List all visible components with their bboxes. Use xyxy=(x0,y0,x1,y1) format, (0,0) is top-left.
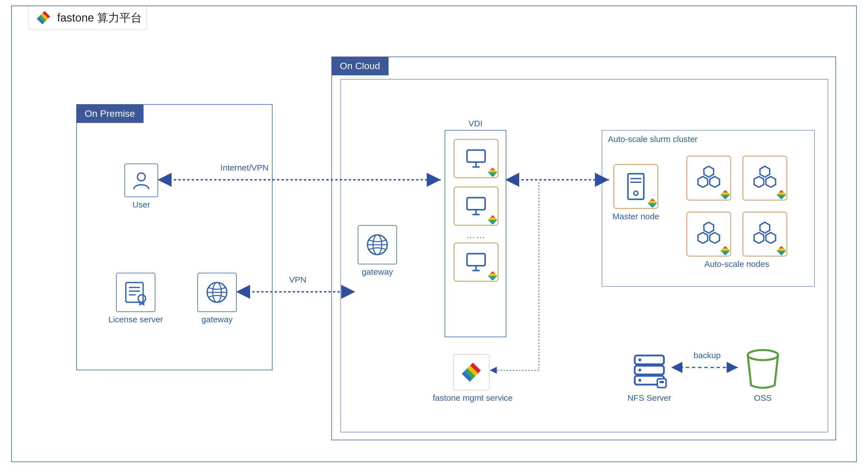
fastone-chip-icon xyxy=(489,169,496,176)
svg-marker-31 xyxy=(710,176,720,187)
fastone-chip-icon xyxy=(649,200,656,206)
globe-icon xyxy=(365,232,390,257)
on-cloud-panel: On Cloud gateway VDI xyxy=(331,57,836,440)
monitor-icon xyxy=(464,194,488,218)
hex-cluster-icon xyxy=(695,165,722,192)
fastone-chip-icon xyxy=(489,216,496,223)
svg-rect-5 xyxy=(126,282,143,302)
svg-rect-22 xyxy=(467,254,485,266)
auto-scale-label: Auto-scale slurm cluster xyxy=(608,134,698,144)
license-label: License server xyxy=(108,315,164,324)
svg-rect-19 xyxy=(467,198,485,210)
server-icon xyxy=(623,172,648,201)
svg-point-28 xyxy=(633,191,638,195)
on-premise-panel: On Premise User License server xyxy=(76,104,273,370)
fastone-chip-icon xyxy=(722,247,728,254)
storage-server-icon xyxy=(631,352,668,389)
oss-label: OSS xyxy=(742,393,784,403)
edge-backup-label: backup xyxy=(685,350,730,360)
license-server-node xyxy=(116,273,155,312)
monitor-icon xyxy=(464,146,488,171)
user-node xyxy=(124,164,158,197)
auto-scale-cluster: Auto-scale slurm cluster Master node xyxy=(602,130,815,287)
svg-marker-30 xyxy=(698,176,708,187)
monitor-icon xyxy=(464,250,488,274)
edge-vpn-label: VPN xyxy=(281,275,315,284)
svg-marker-40 xyxy=(766,232,776,243)
certificate-icon xyxy=(123,280,148,305)
diagram-title-label: fastone 算力平台 xyxy=(57,10,142,26)
fastone-logo-icon xyxy=(34,8,53,28)
svg-marker-29 xyxy=(704,166,714,177)
svg-marker-32 xyxy=(760,166,770,177)
gateway-premise-label: gateway xyxy=(197,315,237,324)
vdi-more-label: …… xyxy=(445,230,507,240)
gateway-premise-node xyxy=(197,273,237,312)
edge-internet-vpn-label: Internet/VPN xyxy=(208,163,281,172)
mgmt-label: fastone mgmt service xyxy=(431,393,515,403)
globe-icon xyxy=(205,280,229,305)
diagram-title: fastone 算力平台 xyxy=(29,6,147,30)
gateway-cloud-label: gateway xyxy=(358,267,397,277)
svg-marker-34 xyxy=(766,176,776,187)
fastone-chip-icon xyxy=(778,191,785,198)
cloud-inner-frame: gateway VDI xyxy=(340,79,828,432)
svg-rect-52 xyxy=(659,381,664,383)
svg-point-49 xyxy=(639,369,641,371)
svg-marker-39 xyxy=(754,232,764,243)
svg-marker-35 xyxy=(704,222,714,233)
svg-rect-16 xyxy=(467,150,485,162)
svg-marker-36 xyxy=(698,232,708,243)
fastone-chip-icon xyxy=(489,272,496,279)
vdi-node xyxy=(454,139,498,178)
master-node xyxy=(614,164,658,209)
fastone-logo-icon xyxy=(460,361,483,383)
nfs-label: NFS Server xyxy=(627,393,672,403)
on-premise-tab: On Premise xyxy=(76,104,144,123)
user-icon xyxy=(131,171,151,190)
compute-node xyxy=(686,212,731,257)
master-label: Master node xyxy=(608,212,664,221)
bucket-icon xyxy=(742,348,784,391)
fastone-mgmt-node xyxy=(453,354,490,391)
vdi-node xyxy=(454,187,498,226)
hex-cluster-icon xyxy=(695,221,722,247)
vdi-node xyxy=(454,242,498,282)
compute-node xyxy=(742,212,787,257)
svg-marker-33 xyxy=(754,176,764,187)
nfs-server-node xyxy=(627,348,672,393)
auto-nodes-label: Auto-scale nodes xyxy=(686,259,787,269)
svg-point-50 xyxy=(639,379,641,382)
svg-point-9 xyxy=(138,295,146,302)
svg-point-4 xyxy=(137,173,145,181)
hex-cluster-icon xyxy=(751,221,778,247)
compute-node xyxy=(742,156,787,201)
svg-point-53 xyxy=(748,350,778,360)
svg-marker-38 xyxy=(760,222,770,233)
outer-frame: fastone 算力平台 On Premise User License ser… xyxy=(11,6,857,462)
vdi-container: …… xyxy=(445,130,506,337)
gateway-cloud-node xyxy=(358,225,397,264)
hex-cluster-icon xyxy=(751,165,778,192)
vdi-label: VDI xyxy=(445,119,506,128)
svg-point-48 xyxy=(639,359,641,361)
oss-node xyxy=(742,348,784,391)
on-cloud-tab: On Cloud xyxy=(331,57,389,75)
fastone-chip-icon xyxy=(722,191,728,198)
fastone-chip-icon xyxy=(778,247,785,254)
svg-marker-37 xyxy=(710,232,720,243)
compute-node xyxy=(686,156,731,201)
user-label: User xyxy=(124,200,158,209)
